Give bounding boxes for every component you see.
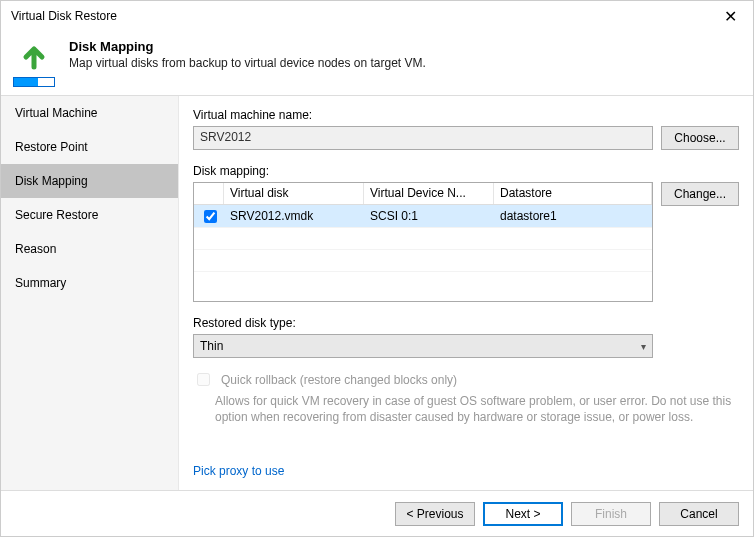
previous-button[interactable]: < Previous — [395, 502, 475, 526]
dialog-window: Virtual Disk Restore ✕ Disk Mapping Map … — [0, 0, 754, 537]
row-checkbox[interactable] — [204, 210, 217, 223]
main-panel: Virtual machine name: SRV2012 Choose... … — [179, 96, 753, 490]
sidebar: Virtual Machine Restore Point Disk Mappi… — [1, 96, 179, 490]
disk-type-select[interactable]: Thin ▾ — [193, 334, 653, 358]
choose-button[interactable]: Choose... — [661, 126, 739, 150]
quick-rollback-checkbox — [197, 373, 210, 386]
window-title: Virtual Disk Restore — [11, 9, 708, 23]
footer: < Previous Next > Finish Cancel — [1, 490, 753, 536]
quick-rollback-label: Quick rollback (restore changed blocks o… — [221, 373, 457, 387]
cell-datastore: datastore1 — [494, 209, 652, 223]
disk-type-label: Restored disk type: — [193, 316, 739, 330]
vm-name-input[interactable]: SRV2012 — [193, 126, 653, 150]
grid-col-datastore[interactable]: Datastore — [494, 183, 652, 204]
header-subtitle: Map virtual disks from backup to virtual… — [69, 56, 426, 70]
sidebar-item-virtual-machine[interactable]: Virtual Machine — [1, 96, 178, 130]
finish-button: Finish — [571, 502, 651, 526]
sidebar-item-secure-restore[interactable]: Secure Restore — [1, 198, 178, 232]
sidebar-item-summary[interactable]: Summary — [1, 266, 178, 300]
pick-proxy-link[interactable]: Pick proxy to use — [193, 464, 284, 478]
table-row[interactable]: SRV2012.vmdk SCSI 0:1 datastore1 — [194, 205, 652, 227]
restore-arrow-icon — [18, 39, 50, 71]
sidebar-item-disk-mapping[interactable]: Disk Mapping — [1, 164, 178, 198]
titlebar: Virtual Disk Restore ✕ — [1, 1, 753, 31]
sidebar-item-reason[interactable]: Reason — [1, 232, 178, 266]
progress-icon — [13, 77, 55, 87]
chevron-down-icon: ▾ — [641, 341, 646, 352]
header-title: Disk Mapping — [69, 39, 426, 54]
cancel-button[interactable]: Cancel — [659, 502, 739, 526]
cell-virtual-disk: SRV2012.vmdk — [224, 209, 364, 223]
grid-header: Virtual disk Virtual Device N... Datasto… — [194, 183, 652, 205]
wizard-header: Disk Mapping Map virtual disks from back… — [1, 31, 753, 96]
disk-type-value: Thin — [200, 339, 223, 353]
vm-name-label: Virtual machine name: — [193, 108, 739, 122]
change-button[interactable]: Change... — [661, 182, 739, 206]
next-button[interactable]: Next > — [483, 502, 563, 526]
close-icon: ✕ — [724, 7, 737, 26]
quick-rollback-hint: Allows for quick VM recovery in case of … — [215, 393, 735, 425]
quick-rollback-row: Quick rollback (restore changed blocks o… — [193, 370, 739, 389]
header-icon-wrap — [13, 39, 55, 87]
sidebar-item-restore-point[interactable]: Restore Point — [1, 130, 178, 164]
disk-mapping-label: Disk mapping: — [193, 164, 739, 178]
header-texts: Disk Mapping Map virtual disks from back… — [69, 37, 426, 87]
grid-col-virtual-disk[interactable]: Virtual disk — [224, 183, 364, 204]
disk-mapping-grid[interactable]: Virtual disk Virtual Device N... Datasto… — [193, 182, 653, 302]
close-button[interactable]: ✕ — [708, 1, 753, 31]
grid-col-virtual-device[interactable]: Virtual Device N... — [364, 183, 494, 204]
cell-virtual-device: SCSI 0:1 — [364, 209, 494, 223]
wizard-body: Virtual Machine Restore Point Disk Mappi… — [1, 96, 753, 490]
